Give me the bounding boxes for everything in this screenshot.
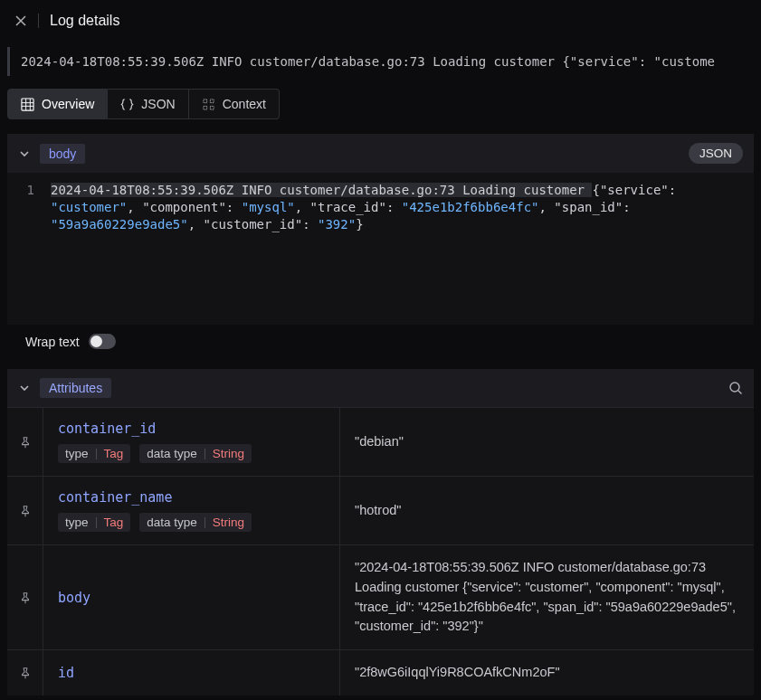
attribute-tags: typeTagdata typeString (58, 513, 325, 532)
attribute-key: body (58, 590, 325, 606)
tag-label: data type (147, 516, 197, 529)
svg-point-5 (730, 383, 739, 392)
tag-label: data type (147, 447, 197, 460)
type-tag: typeTag (58, 513, 130, 532)
log-summary-line: 2024-04-18T08:55:39.506Z INFO customer/d… (7, 47, 747, 76)
body-panel: body JSON 1 2024-04-18T08:55:39.506Z INF… (7, 134, 754, 362)
braces-icon (120, 98, 134, 111)
attribute-tags: typeTagdata typeString (58, 444, 325, 463)
grid-icon (21, 98, 34, 111)
svg-rect-0 (22, 98, 33, 109)
attribute-key: id (58, 665, 325, 681)
svg-rect-1 (204, 99, 207, 102)
attribute-key-cell: container_nametypeTagdata typeString (43, 477, 340, 544)
view-tabs: Overview JSON Context (0, 89, 761, 134)
context-icon (202, 98, 215, 111)
body-panel-header: body JSON (7, 134, 754, 173)
tab-label: Context (223, 97, 266, 111)
attribute-key-cell: container_idtypeTagdata typeString (43, 408, 340, 476)
table-row: body"2024-04-18T08:55:39.506Z INFO custo… (7, 544, 754, 649)
panel-header: Log details (0, 0, 761, 42)
attribute-key-cell: body (43, 545, 340, 649)
table-row: container_idtypeTagdata typeString"debia… (7, 407, 754, 476)
type-tag: typeTag (58, 444, 130, 463)
close-icon[interactable] (14, 14, 27, 27)
table-row: id"2f8wG6iIqqlYi9R8COAfkCNm2oF" (7, 649, 754, 695)
page-title: Log details (50, 13, 119, 29)
wrap-text-label: Wrap text (25, 335, 80, 349)
tag-value: Tag (104, 516, 124, 529)
attribute-key-cell: id (43, 650, 340, 695)
tag-label: type (65, 516, 89, 529)
tab-context[interactable]: Context (189, 89, 280, 119)
tag-label: type (65, 447, 89, 460)
tag-value: String (213, 447, 244, 460)
chevron-down-icon[interactable] (18, 382, 31, 394)
tab-label: JSON (141, 97, 175, 111)
svg-rect-3 (204, 106, 207, 109)
body-chip: body (40, 144, 85, 164)
tag-value: Tag (104, 447, 124, 460)
attribute-value: "hotrod" (340, 477, 754, 544)
wrap-text-row: Wrap text (7, 325, 754, 362)
attributes-panel-header: Attributes (7, 369, 754, 407)
pin-icon[interactable] (7, 408, 43, 476)
tab-label: Overview (42, 97, 94, 111)
code-block: 1 2024-04-18T08:55:39.506Z INFO customer… (7, 173, 754, 325)
line-number: 1 (20, 182, 34, 233)
attribute-value: "2f8wG6iIqqlYi9R8COAfkCNm2oF" (340, 650, 754, 695)
attribute-key: container_name (58, 489, 325, 506)
search-icon[interactable] (728, 381, 743, 395)
attributes-chip: Attributes (40, 378, 111, 398)
code-content: 2024-04-18T08:55:39.506Z INFO customer/d… (51, 182, 741, 233)
pin-icon[interactable] (7, 650, 43, 695)
attribute-value: "2024-04-18T08:55:39.506Z INFO customer/… (340, 545, 754, 649)
chevron-down-icon[interactable] (18, 147, 31, 160)
table-row: container_nametypeTagdata typeString"hot… (7, 476, 754, 544)
attribute-value: "debian" (340, 408, 754, 476)
pin-icon[interactable] (7, 477, 43, 544)
datatype-tag: data typeString (139, 513, 252, 532)
datatype-tag: data typeString (139, 444, 252, 463)
attributes-table: container_idtypeTagdata typeString"debia… (7, 407, 754, 695)
pin-icon[interactable] (7, 545, 43, 649)
tab-overview[interactable]: Overview (7, 89, 108, 119)
divider (38, 14, 39, 28)
svg-rect-2 (210, 99, 214, 102)
wrap-text-toggle[interactable] (89, 334, 116, 349)
tab-json[interactable]: JSON (108, 89, 188, 119)
tag-value: String (213, 516, 244, 529)
svg-rect-4 (210, 106, 214, 109)
attribute-key: container_id (58, 421, 325, 437)
json-toggle-button[interactable]: JSON (689, 143, 743, 164)
attributes-panel: Attributes container_idtypeTagdata typeS… (7, 369, 754, 695)
